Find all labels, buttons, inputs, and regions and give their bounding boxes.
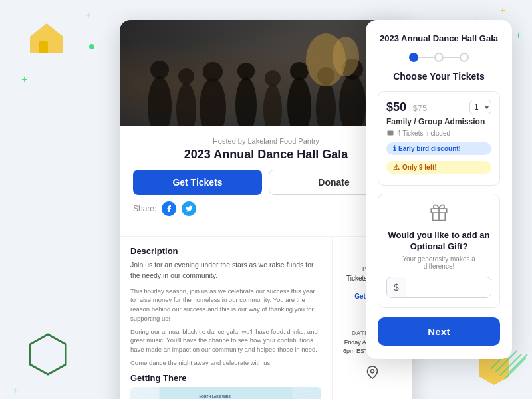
event-actions: Get Tickets Donate bbox=[133, 170, 399, 195]
gift-title: Would you like to add an Optional Gift? bbox=[386, 230, 491, 253]
step-line-2 bbox=[444, 57, 460, 58]
progress-steps bbox=[378, 53, 500, 62]
svg-point-30 bbox=[339, 74, 366, 126]
main-container: Hosted by Lakeland Food Pantry 2023 Annu… bbox=[0, 0, 532, 399]
ticket-includes-row: 4 Tickets Included bbox=[386, 129, 491, 137]
ticket-price-row: $50 $75 1 2 3 4 5 ▾ bbox=[386, 100, 491, 114]
svg-point-16 bbox=[148, 76, 172, 126]
svg-point-18 bbox=[176, 83, 196, 126]
svg-point-23 bbox=[237, 63, 255, 80]
map-placeholder: NORTH LAKE WIRE SHORE ACRES PARKER STREE… bbox=[130, 387, 321, 399]
currency-symbol: $ bbox=[387, 277, 406, 297]
svg-point-26 bbox=[287, 77, 311, 126]
svg-point-35 bbox=[332, 37, 359, 76]
ticket-includes: 4 Tickets Included bbox=[397, 130, 450, 137]
ticket-badges: ℹ Early bird discount! ⚠ Only 9 left! bbox=[386, 142, 491, 177]
svg-point-28 bbox=[316, 82, 336, 126]
svg-point-27 bbox=[290, 62, 309, 80]
svg-rect-51 bbox=[388, 131, 394, 136]
description-text-4: Come dance the night away and celebrate … bbox=[130, 358, 321, 368]
tickets-icon bbox=[386, 129, 394, 137]
description-text-1: Join us for an evening under the stars a… bbox=[130, 260, 321, 281]
svg-point-50 bbox=[371, 370, 374, 373]
description-heading: Description bbox=[130, 246, 321, 256]
step-1-dot bbox=[409, 53, 418, 62]
limited-stock-badge: ⚠ Only 9 left! bbox=[386, 161, 491, 174]
get-tickets-button[interactable]: Get Tickets bbox=[133, 170, 262, 195]
choose-tickets-label: Choose Your Tickets bbox=[378, 71, 500, 82]
step-3-dot bbox=[460, 53, 469, 62]
gift-subtitle: Your generosity makes a difference! bbox=[386, 255, 491, 270]
description-text-2: This holiday season, join us as we celeb… bbox=[130, 287, 321, 323]
event-title: 2023 Annual Dance Hall Gala bbox=[133, 148, 399, 162]
info-badge-icon: ℹ bbox=[393, 144, 396, 153]
description-text-3: During our annual black tie dance gala, … bbox=[130, 327, 321, 354]
svg-point-21 bbox=[203, 62, 223, 82]
svg-text:NORTH LAKE WIRE: NORTH LAKE WIRE bbox=[200, 394, 231, 398]
limited-stock-label: Only 9 left! bbox=[402, 164, 437, 171]
ticket-option: $50 $75 1 2 3 4 5 ▾ Family / Group Admis… bbox=[378, 91, 500, 186]
gift-input-row: $ Optional bbox=[386, 277, 491, 298]
ticket-price: $50 $75 bbox=[386, 100, 427, 114]
description-section: Description Join us for an evening under… bbox=[120, 237, 332, 399]
next-button[interactable]: Next bbox=[378, 317, 500, 346]
panel-title: 2023 Annual Dance Hall Gala bbox=[378, 33, 500, 43]
svg-point-24 bbox=[263, 84, 282, 126]
svg-point-19 bbox=[178, 68, 194, 84]
gift-icon bbox=[386, 203, 491, 226]
early-bird-label: Early bird discount! bbox=[398, 145, 461, 152]
svg-point-20 bbox=[200, 78, 226, 126]
share-label: Share: bbox=[133, 204, 156, 213]
svg-point-22 bbox=[235, 77, 257, 126]
price-new: $50 bbox=[386, 100, 406, 114]
warning-badge-icon: ⚠ bbox=[393, 163, 400, 172]
step-line-1 bbox=[418, 57, 434, 58]
svg-point-25 bbox=[265, 70, 281, 86]
svg-point-17 bbox=[150, 61, 169, 79]
gift-amount-input[interactable] bbox=[406, 278, 491, 297]
hosted-by: Hosted by Lakeland Food Pantry bbox=[133, 137, 399, 145]
early-bird-badge: ℹ Early bird discount! bbox=[386, 142, 491, 155]
optional-gift-section: Would you like to add an Optional Gift? … bbox=[378, 194, 500, 308]
ticket-panel: 2023 Annual Dance Hall Gala Choose Your … bbox=[366, 20, 512, 359]
share-row: Share: bbox=[133, 201, 399, 216]
price-old: $75 bbox=[413, 103, 428, 113]
facebook-share-icon[interactable] bbox=[162, 201, 176, 216]
step-2-dot bbox=[434, 53, 444, 62]
quantity-select[interactable]: 1 2 3 4 5 bbox=[469, 100, 491, 114]
quantity-wrapper[interactable]: 1 2 3 4 5 ▾ bbox=[469, 100, 491, 114]
location-icon bbox=[340, 366, 404, 382]
getting-there-heading: Getting There bbox=[130, 373, 321, 383]
twitter-share-icon[interactable] bbox=[182, 201, 196, 216]
ticket-type: Family / Group Admission bbox=[386, 117, 491, 126]
location-info-block bbox=[340, 366, 404, 385]
